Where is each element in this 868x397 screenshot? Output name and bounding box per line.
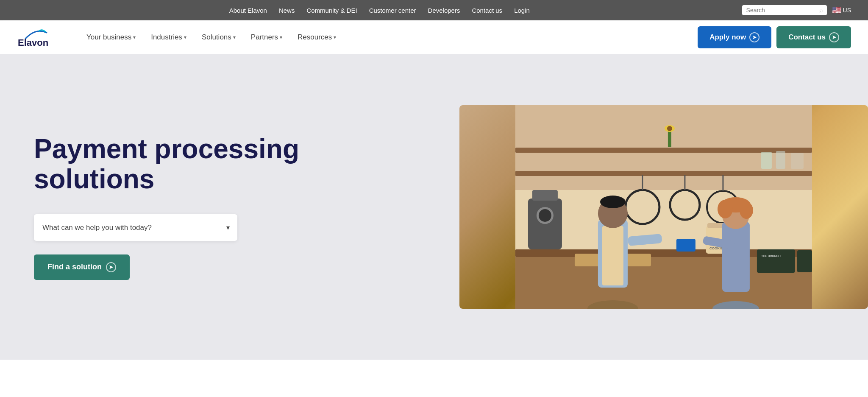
hero-content: Payment processing solutions What can we… [0, 54, 434, 360]
cafe-scene-svg: CHOC CHIP COOKIE [459, 105, 868, 309]
nav-cta: Apply now ➤ Contact us ➤ [698, 26, 851, 48]
nav-industries-label: Industries [151, 33, 182, 42]
logo-container[interactable]: Elavon . [17, 27, 64, 48]
hero-title: Payment processing solutions [34, 134, 409, 194]
top-bar: About Elavon News Community & DEI Custom… [0, 0, 868, 20]
locale-label: US [843, 7, 851, 14]
locale-selector[interactable]: 🇺🇸 US [832, 6, 851, 15]
top-bar-right: ⌕ 🇺🇸 US [742, 5, 851, 15]
apply-arrow-icon: ➤ [749, 32, 760, 42]
search-icon: ⌕ [819, 7, 823, 14]
flag-icon: 🇺🇸 [832, 6, 841, 15]
nav-your-business[interactable]: Your business ▾ [81, 30, 142, 45]
svg-rect-36 [676, 239, 696, 252]
chevron-down-icon: ▾ [133, 34, 136, 40]
top-bar-nav: About Elavon News Community & DEI Custom… [17, 7, 742, 14]
find-solution-arrow-icon: ➤ [106, 262, 116, 272]
topnav-news[interactable]: News [279, 7, 295, 14]
topnav-login[interactable]: Login [514, 7, 530, 14]
svg-rect-45 [797, 250, 812, 272]
contact-arrow-icon: ➤ [829, 32, 839, 42]
nav-industries[interactable]: Industries ▾ [145, 30, 192, 45]
chevron-down-icon: ▾ [334, 34, 336, 40]
svg-rect-42 [791, 153, 804, 169]
svg-rect-40 [761, 152, 772, 169]
nav-resources-label: Resources [298, 33, 332, 42]
find-solution-label: Find a solution [47, 263, 102, 271]
dropdown-container: What can we help you with today? ▾ [34, 214, 237, 241]
svg-text:THE BRUNCH: THE BRUNCH [761, 254, 781, 257]
nav-solutions[interactable]: Solutions ▾ [196, 30, 242, 45]
svg-point-34 [740, 202, 753, 219]
topnav-developers[interactable]: Developers [428, 7, 460, 14]
contact-us-button[interactable]: Contact us ➤ [776, 26, 851, 48]
nav-partners-label: Partners [251, 33, 278, 42]
nav-partners[interactable]: Partners ▾ [245, 30, 288, 45]
svg-point-33 [718, 200, 733, 218]
topnav-customer-center[interactable]: Customer center [369, 7, 416, 14]
search-box: ⌕ [742, 5, 827, 15]
hero-section: Payment processing solutions What can we… [0, 54, 868, 360]
svg-rect-30 [722, 222, 750, 292]
find-solution-button[interactable]: Find a solution ➤ [34, 254, 130, 280]
svg-rect-41 [776, 151, 785, 169]
svg-rect-43 [757, 249, 795, 273]
topnav-contact-us[interactable]: Contact us [472, 7, 502, 14]
main-nav: Elavon . Your business ▾ Industries ▾ So… [0, 20, 868, 54]
nav-your-business-label: Your business [86, 33, 131, 42]
svg-point-12 [539, 209, 551, 222]
main-nav-links: Your business ▾ Industries ▾ Solutions ▾… [81, 30, 698, 45]
svg-rect-5 [515, 171, 812, 176]
hero-image: CHOC CHIP COOKIE [434, 54, 868, 360]
chevron-down-icon: ▾ [280, 34, 282, 40]
svg-text:Elavon: Elavon [18, 37, 48, 48]
topnav-about-elavon[interactable]: About Elavon [229, 7, 267, 14]
chevron-down-icon: ▾ [184, 34, 186, 40]
svg-point-27 [600, 196, 626, 208]
svg-text:.: . [18, 47, 19, 48]
topnav-community-dei[interactable]: Community & DEI [306, 7, 357, 14]
svg-rect-25 [602, 226, 623, 285]
search-input[interactable] [746, 7, 817, 14]
help-dropdown[interactable]: What can we help you with today? [34, 214, 237, 241]
apply-now-button[interactable]: Apply now ➤ [698, 26, 771, 48]
svg-rect-37 [668, 130, 671, 147]
svg-point-39 [667, 126, 672, 131]
contact-us-label: Contact us [788, 33, 826, 42]
hero-dropdown-wrapper: What can we help you with today? ▾ [34, 214, 237, 241]
nav-resources[interactable]: Resources ▾ [292, 30, 342, 45]
chevron-down-icon: ▾ [233, 34, 236, 40]
nav-solutions-label: Solutions [202, 33, 231, 42]
elavon-logo: Elavon . [17, 27, 64, 48]
svg-rect-10 [532, 190, 558, 201]
apply-now-label: Apply now [709, 33, 746, 42]
cafe-image-placeholder: CHOC CHIP COOKIE [459, 105, 868, 309]
